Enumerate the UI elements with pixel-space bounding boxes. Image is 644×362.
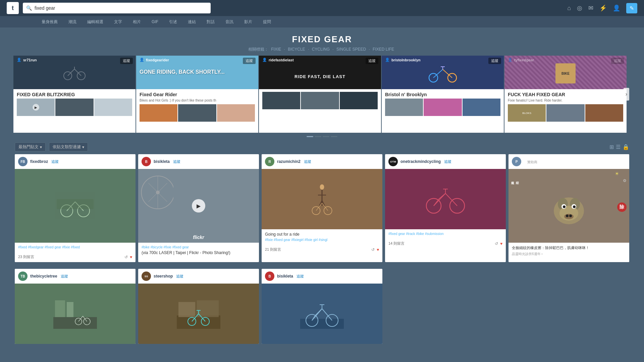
tag-cycling[interactable]: CYCLING: [312, 47, 330, 52]
blog-card-user-4: 👤 bristolnbrooklyn: [385, 58, 421, 62]
next-blogs-button[interactable]: ›: [624, 88, 629, 101]
promo-sub: 晶靈時光診所6週年 ›: [512, 252, 626, 256]
svg-point-26: [320, 184, 324, 190]
play-button-2[interactable]: ▶: [192, 199, 205, 213]
tag-fixie[interactable]: FIXIE: [271, 47, 281, 52]
blog-card-follow-2[interactable]: 追蹤: [243, 58, 256, 64]
filter-type[interactable]: 依貼文類型過濾 ▾: [49, 142, 88, 152]
svg-rect-16: [57, 199, 94, 209]
like-icon-1[interactable]: ♥: [130, 255, 132, 259]
svg-rect-65: [178, 302, 195, 317]
nav-item-video[interactable]: 影片: [243, 19, 254, 25]
post-text-2: (via 700c LASER | Taipei | Flickr - Phot…: [142, 250, 256, 255]
post-text-3: Going out for a ride: [265, 232, 379, 237]
nav-item-photo[interactable]: 相片: [131, 19, 142, 25]
nav-item-audio[interactable]: 音訊: [224, 19, 235, 25]
post-follow-1[interactable]: 追蹤: [51, 159, 59, 164]
remove-button[interactable]: 除: [617, 202, 627, 212]
post-image-2: ▶ flickr: [138, 169, 259, 243]
search-bar: 🔍: [23, 3, 211, 13]
post-follow-bisikleta-row2[interactable]: 追蹤: [297, 274, 304, 279]
svg-point-54: [569, 215, 572, 217]
svg-point-51: [573, 205, 576, 208]
blog-card-body-5: FUCK YEAH FIXED GEAR Fixie fanatic// Liv…: [504, 89, 627, 124]
post-card-1: FB fixedbroz 追蹤 #fixed #fixedgear #fixed…: [15, 154, 136, 262]
post-count-3: 21 則留言: [265, 247, 281, 252]
dot-active: [307, 136, 313, 137]
thumb-2b: [178, 104, 216, 122]
filter-bar: 最熱門貼文 ▾ 依貼文類型過濾 ▾ ⊞ ☰ 🔒: [0, 140, 644, 154]
post-follow-2[interactable]: 追蹤: [173, 159, 180, 164]
blog-card-thumbs-2: [140, 104, 255, 122]
post-header-2: B bisikleta 追蹤: [138, 154, 259, 169]
filter-type-label: 依貼文類型過濾: [53, 144, 81, 150]
reblog-icon-3[interactable]: ↺: [371, 247, 375, 252]
blog-card-follow-4[interactable]: 追蹤: [488, 58, 501, 64]
svg-rect-57: [55, 300, 65, 317]
post-follow-6[interactable]: 追蹤: [61, 274, 68, 279]
post-card-3: R razumichin2 追蹤 Going out for a ride #f…: [262, 154, 382, 262]
post-image-6: [15, 284, 136, 344]
search-input[interactable]: [35, 5, 207, 11]
blog-card-username-2: fixedgearider: [146, 58, 169, 62]
nav-item-trending[interactable]: 潮流: [67, 19, 78, 25]
nav-item-gif[interactable]: GIF: [150, 19, 160, 24]
reblog-icon-4[interactable]: ↺: [495, 241, 498, 246]
logo[interactable]: t: [7, 2, 19, 14]
like-icon-3[interactable]: ♥: [377, 247, 379, 252]
tag-fixed-life[interactable]: FIXED LIFE: [373, 47, 394, 52]
post-image-4: [385, 169, 506, 229]
post-avatar-steershop: SS: [142, 272, 151, 281]
svg-point-53: [566, 215, 569, 217]
post-image-1: [15, 169, 136, 243]
compose-button[interactable]: ✎: [626, 3, 637, 13]
reblog-icon-1[interactable]: ↺: [124, 255, 128, 259]
post-count-4: 14 則留言: [388, 241, 405, 246]
post-card-2: B bisikleta 追蹤 ▶ flickr #bike #bicycle #…: [138, 154, 259, 262]
blog-card-header-5: 👤 tyfixedgear 追蹤 BIKE: [504, 56, 627, 89]
svg-point-52: [564, 214, 574, 219]
nav-item-ask[interactable]: 提問: [262, 19, 272, 25]
thumb-3a: [262, 92, 300, 109]
tag-bicycle[interactable]: BICYCLE: [288, 47, 305, 52]
user-icon[interactable]: 👤: [613, 4, 620, 12]
home-icon[interactable]: ⌂: [567, 5, 571, 12]
post-content-2: #bike #bicycle #fixie #fixed gear (via 7…: [138, 243, 259, 259]
list-view-icon[interactable]: ☰: [616, 144, 621, 150]
nav-item-chat[interactable]: 對話: [205, 19, 216, 25]
blog-card-title-4: Bristol n' Brooklyn: [385, 92, 500, 97]
post-follow-4[interactable]: 追蹤: [444, 159, 451, 164]
nav-item-text[interactable]: 文字: [113, 19, 123, 25]
card-image-5: BIKE: [504, 62, 627, 85]
nav-item-quote[interactable]: 引述: [168, 19, 178, 25]
nav-item-recommended[interactable]: 量身推薦: [40, 19, 59, 25]
post-header-6: TB thebicycletree 追蹤: [15, 269, 136, 284]
post-image-3: [262, 169, 382, 229]
grid-view-icon[interactable]: ⊞: [609, 144, 614, 150]
blog-card-header-4: 👤 bristolnbrooklyn 追蹤: [382, 56, 504, 89]
post-follow-3[interactable]: 追蹤: [304, 159, 311, 164]
post-avatar-6: TB: [18, 272, 28, 281]
svg-line-2: [68, 69, 74, 76]
mail-icon[interactable]: ✉: [588, 4, 593, 12]
blog-card-body-3: [259, 89, 381, 112]
card-header-text-2: GONE RIDING, BACK SHORTLY...: [140, 69, 255, 75]
post-follow-steershop[interactable]: 追蹤: [176, 274, 183, 279]
blog-card-follow-3[interactable]: 追蹤: [366, 58, 378, 64]
logo-text: t: [12, 5, 14, 12]
lightning-icon[interactable]: ⚡: [599, 4, 607, 12]
promoted-label: 贊助商: [524, 159, 541, 165]
nav-item-editor-picks[interactable]: 編輯精選: [86, 19, 105, 25]
pagination-dots: [0, 136, 644, 137]
compass-icon[interactable]: ◎: [577, 4, 582, 12]
post-tags-2: #bike #bicycle #fixie #fixed gear: [142, 245, 256, 249]
nav-item-link[interactable]: 連結: [186, 19, 197, 25]
chevron-icon-2: ▾: [82, 145, 84, 149]
header-icons: ⌂ ◎ ✉ ⚡ 👤 ✎: [567, 3, 637, 13]
posts-grid: FB fixedbroz 追蹤 #fixed #fixedgear #fixed…: [0, 154, 644, 269]
filter-popular[interactable]: 最熱門貼文 ▾: [15, 142, 46, 152]
post-header-steershop: SS steershop 追蹤: [138, 269, 259, 284]
tag-single-speed[interactable]: SINGLE SPEED: [336, 47, 366, 52]
blog-card-body-1: FIXED GEAR BLITZKRIEG ▶: [13, 89, 136, 119]
like-icon-4[interactable]: ♥: [500, 241, 502, 246]
